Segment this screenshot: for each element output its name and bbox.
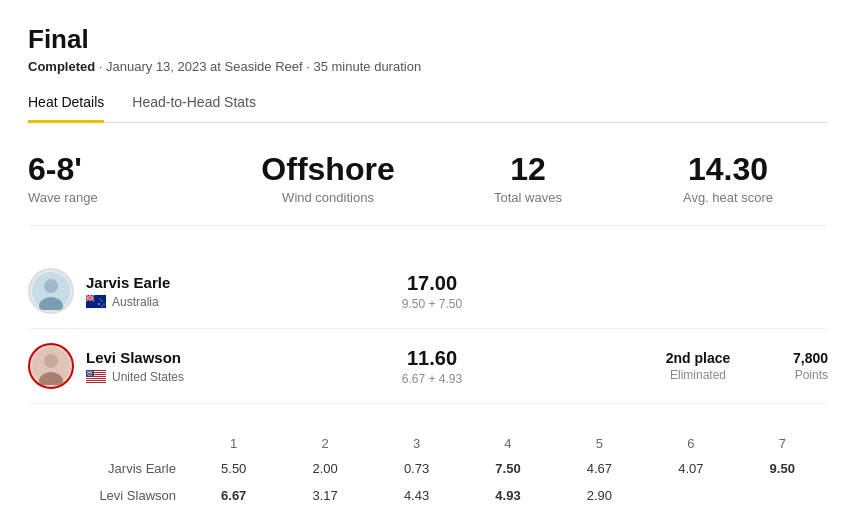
svg-point-29: [87, 371, 88, 372]
wave-score-r1-c1: 3.17: [279, 482, 370, 509]
col-wave-7: 7: [737, 432, 828, 455]
svg-point-38: [90, 373, 91, 374]
placement-levi: 2nd place Eliminated: [648, 350, 748, 382]
wave-score-r0-c1: 2.00: [279, 455, 370, 482]
wave-score-r1-c2: 4.43: [371, 482, 462, 509]
svg-point-33: [88, 372, 89, 373]
score-breakdown-jarvis: 9.50 + 7.50: [216, 297, 648, 311]
stat-wind-label: Wind conditions: [228, 190, 428, 205]
svg-point-14: [101, 300, 102, 301]
svg-point-13: [98, 303, 100, 305]
points-value-levi: 7,800: [748, 350, 828, 366]
svg-rect-26: [86, 379, 106, 380]
status-badge: Completed: [28, 59, 95, 74]
wave-table-header: 1 2 3 4 5 6 7: [28, 432, 828, 455]
stat-wave-range-value: 6-8': [28, 151, 228, 188]
wave-table-section: 1 2 3 4 5 6 7 Jarvis Earle5.502.000.737.…: [28, 432, 828, 509]
svg-point-42: [91, 375, 92, 376]
points-levi: 7,800 Points: [748, 350, 828, 382]
svg-point-32: [92, 371, 93, 372]
col-wave-1: 1: [188, 432, 279, 455]
points-label-levi: Points: [748, 368, 828, 382]
flag-aus: [86, 295, 106, 308]
wave-score-r1-c6: [737, 482, 828, 509]
svg-point-39: [92, 373, 93, 374]
wave-score-r1-c0: 6.67: [188, 482, 279, 509]
svg-point-19: [44, 354, 58, 368]
svg-point-16: [101, 305, 102, 306]
scores-main-levi: 11.60 6.67 + 4.93: [216, 347, 648, 386]
stat-avg-score-value: 14.30: [628, 151, 828, 188]
stat-avg-score: 14.30 Avg. heat score: [628, 151, 828, 205]
wave-score-r1-c5: [645, 482, 736, 509]
country-label-levi: United States: [112, 370, 184, 384]
stat-total-waves-value: 12: [428, 151, 628, 188]
tab-heat-details[interactable]: Heat Details: [28, 94, 104, 123]
svg-point-41: [89, 375, 90, 376]
country-label-jarvis: Australia: [112, 295, 159, 309]
stats-row: 6-8' Wave range Offshore Wind conditions…: [28, 151, 828, 226]
svg-point-17: [100, 299, 101, 300]
wave-score-r1-c4: 2.90: [554, 482, 645, 509]
wave-score-r1-c3: 4.93: [462, 482, 553, 509]
athletes-section: Jarvis Earle: [28, 254, 828, 404]
svg-point-40: [88, 375, 89, 376]
svg-point-1: [44, 279, 58, 293]
placement-label-levi: 2nd place: [648, 350, 748, 366]
stat-total-waves: 12 Total waves: [428, 151, 628, 205]
stat-wind-value: Offshore: [228, 151, 428, 188]
wave-score-r0-c3: 7.50: [462, 455, 553, 482]
col-wave-6: 6: [645, 432, 736, 455]
svg-rect-12: [86, 298, 94, 299]
event-details: · January 13, 2023 at Seaside Reef · 35 …: [99, 59, 421, 74]
score-breakdown-levi: 6.67 + 4.93: [216, 372, 648, 386]
svg-point-31: [90, 371, 91, 372]
score-total-levi: 11.60: [216, 347, 648, 370]
athlete-row-levi: Levi Slawson: [28, 329, 828, 404]
col-athlete-header: [28, 432, 188, 455]
svg-point-35: [91, 372, 92, 373]
tab-head-to-head[interactable]: Head-to-Head Stats: [132, 94, 256, 123]
athlete-info-levi: Levi Slawson: [86, 349, 216, 384]
athlete-name-levi: Levi Slawson: [86, 349, 216, 366]
athlete-country-jarvis: Australia: [86, 295, 216, 309]
page-title: Final: [28, 24, 828, 55]
avatar-jarvis: [28, 268, 74, 314]
avatar-levi: [28, 343, 74, 389]
tabs-container: Heat Details Head-to-Head Stats: [28, 94, 828, 123]
stat-avg-score-label: Avg. heat score: [628, 190, 828, 205]
wave-score-r0-c6: 9.50: [737, 455, 828, 482]
col-wave-4: 4: [462, 432, 553, 455]
score-total-jarvis: 17.00: [216, 272, 648, 295]
athlete-name-jarvis: Jarvis Earle: [86, 274, 216, 291]
col-wave-3: 3: [371, 432, 462, 455]
stat-wave-range: 6-8' Wave range: [28, 151, 228, 205]
stat-wind: Offshore Wind conditions: [228, 151, 428, 205]
svg-point-15: [103, 303, 104, 304]
svg-point-36: [87, 373, 88, 374]
wave-table: 1 2 3 4 5 6 7 Jarvis Earle5.502.000.737.…: [28, 432, 828, 509]
stat-total-waves-label: Total waves: [428, 190, 628, 205]
table-row: Jarvis Earle5.502.000.737.504.674.079.50: [28, 455, 828, 482]
athlete-country-levi: United States: [86, 370, 216, 384]
flag-usa: [86, 370, 106, 383]
event-subtitle: Completed · January 13, 2023 at Seaside …: [28, 59, 828, 74]
stat-wave-range-label: Wave range: [28, 190, 228, 205]
svg-rect-25: [86, 377, 106, 378]
wave-score-r0-c5: 4.07: [645, 455, 736, 482]
placement-sublabel-levi: Eliminated: [648, 368, 748, 382]
wave-row-athlete-1: Levi Slawson: [28, 482, 188, 509]
col-wave-5: 5: [554, 432, 645, 455]
svg-point-34: [89, 372, 90, 373]
wave-score-r0-c0: 5.50: [188, 455, 279, 482]
svg-point-30: [89, 371, 90, 372]
athlete-info-jarvis: Jarvis Earle: [86, 274, 216, 309]
col-wave-2: 2: [279, 432, 370, 455]
wave-score-r0-c2: 0.73: [371, 455, 462, 482]
svg-point-37: [89, 373, 90, 374]
athlete-row-jarvis: Jarvis Earle: [28, 254, 828, 329]
wave-row-athlete-0: Jarvis Earle: [28, 455, 188, 482]
wave-score-r0-c4: 4.67: [554, 455, 645, 482]
table-row: Levi Slawson6.673.174.434.932.90: [28, 482, 828, 509]
svg-rect-27: [86, 381, 106, 382]
